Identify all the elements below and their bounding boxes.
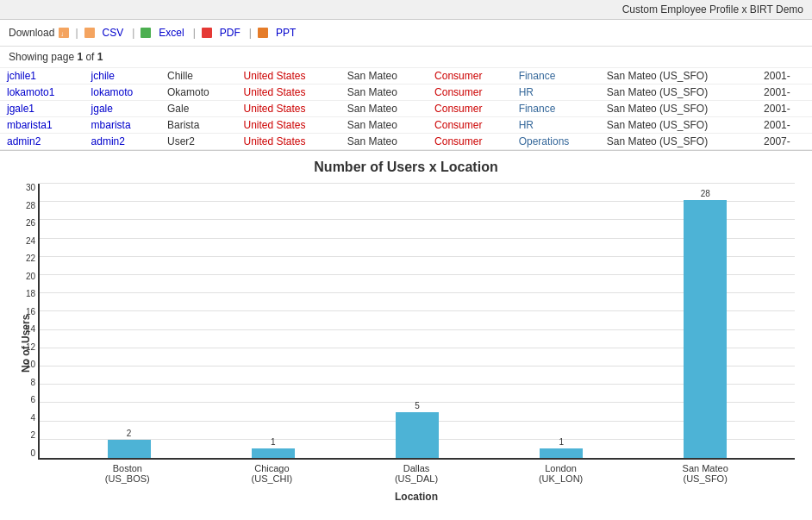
download-label: Download [9, 27, 54, 39]
table-cell: Consumer [428, 117, 512, 134]
table-cell: mbarista [84, 117, 160, 134]
excel-button[interactable]: Excel [155, 25, 187, 41]
y-tick: 26 [5, 219, 35, 228]
bar-value-label: 1 [271, 437, 276, 447]
table-cell: Okamoto [160, 85, 236, 101]
table-row: jgale1jgaleGaleUnited StatesSan MateoCon… [0, 101, 812, 117]
table-cell: 2001- [757, 68, 812, 85]
table-cell: San Mateo (US_SFO) [600, 85, 757, 101]
table-cell: admin2 [84, 134, 160, 150]
table-cell: jgale [84, 101, 160, 117]
x-label: Dallas (US_DAL) [382, 463, 451, 484]
x-label: San Mateo (US_SFO) [671, 463, 740, 484]
x-label: Chicago (US_CHI) [237, 463, 306, 484]
bar-value-label: 5 [415, 401, 420, 410]
svg-text:↓: ↓ [60, 30, 64, 38]
separator-3: | [193, 27, 196, 39]
table-row: mbarista1mbaristaBaristaUnited StatesSan… [0, 117, 812, 134]
x-axis-label: Location [38, 491, 795, 503]
table-cell: United States [236, 117, 340, 134]
y-tick: 24 [5, 237, 35, 246]
table-cell: United States [236, 85, 340, 101]
pdf-icon [201, 27, 213, 39]
table-cell: San Mateo (US_SFO) [600, 134, 757, 150]
table-cell: San Mateo [340, 85, 428, 101]
table-cell: lokamoto1 [0, 85, 84, 101]
title-bar: Custom Employee Profile x BIRT Demo [0, 0, 812, 20]
table-row: jchile1jchileChilleUnited StatesSan Mate… [0, 68, 812, 85]
bar-value-label: 2 [127, 429, 132, 438]
table-cell: Consumer [428, 68, 512, 85]
pager-current: 1 [77, 51, 83, 63]
data-table-container: jchile1jchileChilleUnited StatesSan Mate… [0, 68, 812, 151]
bar [396, 412, 439, 458]
csv-button[interactable]: CSV [99, 25, 128, 41]
bars-row: 215128 [57, 184, 778, 458]
chart-inner: 024681012141618202224262830 215128 Bosto… [38, 184, 795, 503]
ppt-button[interactable]: PPT [272, 25, 299, 41]
table-cell: Chille [160, 68, 236, 85]
y-tick: 6 [5, 396, 35, 404]
csv-icon [84, 27, 96, 39]
svg-rect-3 [141, 28, 151, 38]
svg-rect-5 [258, 28, 268, 38]
y-tick: 16 [5, 308, 35, 316]
separator-1: | [75, 27, 78, 39]
download-icon: ↓ [58, 27, 70, 39]
bar-group: 5 [396, 401, 439, 458]
separator-2: | [132, 27, 134, 39]
y-ticks: 024681012141618202224262830 [5, 184, 35, 458]
table-cell: 2001- [757, 85, 812, 101]
table-cell: Finance [512, 68, 600, 85]
table-cell: 2001- [757, 101, 812, 117]
toolbar: Download ↓ | CSV | Excel | PDF | PPT [0, 20, 812, 47]
table-cell: User2 [160, 134, 236, 150]
excel-icon [140, 27, 152, 39]
chart-section: Number of Users x Location No of Users 0… [0, 151, 812, 511]
bar-group: 1 [540, 437, 583, 458]
data-table: jchile1jchileChilleUnited StatesSan Mate… [0, 68, 812, 150]
table-cell: admin2 [0, 134, 84, 150]
bar-group: 28 [684, 189, 727, 458]
chart-title: Number of Users x Location [17, 160, 795, 175]
table-cell: HR [512, 85, 600, 101]
bar-group: 1 [252, 437, 295, 458]
y-tick: 20 [5, 273, 35, 281]
bar [108, 440, 151, 458]
bar [540, 448, 583, 458]
table-cell: Finance [512, 101, 600, 117]
y-tick: 22 [5, 254, 35, 263]
y-tick: 14 [5, 325, 35, 334]
pdf-button[interactable]: PDF [216, 25, 244, 41]
table-cell: San Mateo (US_SFO) [600, 101, 757, 117]
y-tick: 28 [5, 202, 35, 210]
y-tick: 10 [5, 360, 35, 369]
y-tick: 0 [5, 449, 35, 458]
x-label: Boston (US_BOS) [93, 463, 162, 484]
bar-group: 2 [108, 429, 151, 458]
y-tick: 2 [5, 431, 35, 440]
table-cell: 2007- [757, 134, 812, 150]
pager-text: Showing page [9, 51, 74, 63]
table-cell: San Mateo [340, 117, 428, 134]
y-tick: 4 [5, 414, 35, 423]
pager: Showing page 1 of 1 [0, 47, 812, 68]
y-tick: 30 [5, 184, 35, 192]
ppt-icon [257, 27, 269, 39]
table-cell: Gale [160, 101, 236, 117]
table-cell: San Mateo (US_SFO) [600, 68, 757, 85]
bar [684, 200, 727, 458]
table-cell: jgale1 [0, 101, 84, 117]
table-cell: jchile1 [0, 68, 84, 85]
table-cell: Consumer [428, 85, 512, 101]
bar [252, 448, 295, 458]
pager-of: of [85, 51, 94, 63]
table-cell: mbarista1 [0, 117, 84, 134]
table-row: lokamoto1lokamotoOkamotoUnited StatesSan… [0, 85, 812, 101]
separator-4: | [249, 27, 252, 39]
table-cell: 2001- [757, 117, 812, 134]
table-cell: United States [236, 134, 340, 150]
svg-rect-4 [202, 28, 212, 38]
bar-value-label: 1 [559, 437, 564, 447]
table-cell: jchile [84, 68, 160, 85]
